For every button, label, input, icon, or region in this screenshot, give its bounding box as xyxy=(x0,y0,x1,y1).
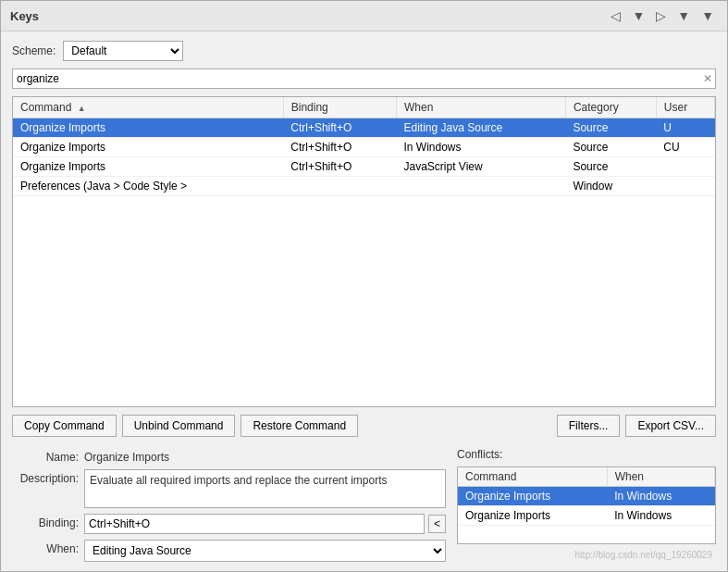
name-label: Name: xyxy=(12,448,79,464)
col-user: User xyxy=(656,97,714,118)
conflicts-row[interactable]: Organize ImportsIn Windows xyxy=(458,487,715,506)
cell-user: U xyxy=(656,118,714,138)
cell-command: Organize Imports xyxy=(13,118,283,138)
cell-binding xyxy=(283,177,396,196)
when-row: When: Editing Java Source In Windows Jav… xyxy=(12,540,446,562)
cell-when: Editing Java Source xyxy=(397,118,566,138)
search-input[interactable] xyxy=(12,68,716,89)
back-button[interactable]: ◁ xyxy=(607,6,624,25)
bottom-section: Name: Organize Imports Description: Eval… xyxy=(12,444,716,562)
main-content: Scheme: Default ✕ Command ▲ Binding When… xyxy=(1,31,727,571)
filters-button[interactable]: Filters... xyxy=(557,415,621,437)
conflicts-cell-when: In Windows xyxy=(607,487,714,506)
conflicts-cell-command: Organize Imports xyxy=(458,487,607,506)
table-row[interactable]: Organize ImportsCtrl+Shift+OJavaScript V… xyxy=(13,157,715,177)
cell-user: CU xyxy=(656,138,714,157)
binding-row: Binding: < xyxy=(12,514,446,534)
copy-command-button[interactable]: Copy Command xyxy=(12,415,117,437)
conflicts-table: Command When Organize ImportsIn WindowsO… xyxy=(458,467,715,526)
table-row[interactable]: Preferences (Java > Code Style >Window xyxy=(13,177,715,196)
conflicts-header-row: Command When xyxy=(458,467,715,487)
commands-table-container: Command ▲ Binding When Category User Org… xyxy=(12,96,716,407)
desc-value: Evaluate all required imports and replac… xyxy=(84,469,446,508)
watermark: http://blog.csdn.net/qq_19260029 xyxy=(457,548,716,562)
when-label: When: xyxy=(12,540,79,555)
detail-panel: Name: Organize Imports Description: Eval… xyxy=(12,448,446,562)
cell-category: Source xyxy=(565,118,656,138)
cell-category: Source xyxy=(565,157,656,177)
table-row[interactable]: Organize ImportsCtrl+Shift+OIn WindowsSo… xyxy=(13,138,715,157)
right-buttons: Filters... Export CSV... xyxy=(557,415,716,437)
conflicts-col-command: Command xyxy=(458,467,607,487)
col-binding: Binding xyxy=(283,97,396,118)
cell-category: Window xyxy=(565,177,656,196)
cell-command: Organize Imports xyxy=(13,157,283,177)
conflicts-cell-when: In Windows xyxy=(607,506,714,526)
conflicts-col-when: When xyxy=(607,467,714,487)
binding-arrow-button[interactable]: < xyxy=(428,515,446,533)
col-when: When xyxy=(397,97,566,118)
when-select-row: Editing Java Source In Windows JavaScrip… xyxy=(84,540,446,562)
cell-user xyxy=(656,177,714,196)
conflicts-label: Conflicts: xyxy=(457,448,716,461)
when-select[interactable]: Editing Java Source In Windows JavaScrip… xyxy=(84,540,446,562)
cell-binding: Ctrl+Shift+O xyxy=(283,138,396,157)
nav-controls: ◁ ▼ ▷ ▼ ▼ xyxy=(607,6,718,25)
scheme-row: Scheme: Default xyxy=(12,41,716,61)
binding-label: Binding: xyxy=(12,514,79,529)
cell-command: Preferences (Java > Code Style > xyxy=(13,177,283,196)
cell-binding: Ctrl+Shift+O xyxy=(283,118,396,138)
unbind-command-button[interactable]: Unbind Command xyxy=(122,415,236,437)
name-row: Name: Organize Imports xyxy=(12,448,446,464)
description-row: Description: Evaluate all required impor… xyxy=(12,469,446,508)
forward-button[interactable]: ▷ xyxy=(652,6,670,25)
scheme-select[interactable]: Default xyxy=(63,41,183,61)
cell-when xyxy=(397,177,566,196)
search-row: ✕ xyxy=(12,68,716,89)
clear-icon[interactable]: ✕ xyxy=(703,72,712,85)
cell-command: Organize Imports xyxy=(13,138,283,157)
action-buttons: Copy Command Unbind Command Restore Comm… xyxy=(12,415,716,437)
conflicts-table-container: Command When Organize ImportsIn WindowsO… xyxy=(457,466,716,544)
export-csv-button[interactable]: Export CSV... xyxy=(625,415,716,437)
cell-category: Source xyxy=(565,138,656,157)
cell-when: In Windows xyxy=(397,138,566,157)
col-command: Command ▲ xyxy=(13,97,283,118)
keys-window: Keys ◁ ▼ ▷ ▼ ▼ Scheme: Default ✕ xyxy=(0,0,728,572)
table-row[interactable]: Organize ImportsCtrl+Shift+OEditing Java… xyxy=(13,118,715,138)
commands-table: Command ▲ Binding When Category User Org… xyxy=(13,97,715,196)
more-button[interactable]: ▼ xyxy=(697,6,718,25)
scheme-label: Scheme: xyxy=(12,44,56,57)
binding-input-row: < xyxy=(84,514,446,534)
cell-when: JavaScript View xyxy=(397,157,566,177)
desc-label: Description: xyxy=(12,469,79,485)
sort-arrow: ▲ xyxy=(78,104,86,113)
cell-binding: Ctrl+Shift+O xyxy=(283,157,396,177)
col-category: Category xyxy=(565,97,656,118)
conflicts-cell-command: Organize Imports xyxy=(458,506,607,526)
dropdown2-button[interactable]: ▼ xyxy=(673,6,694,25)
conflicts-panel: Conflicts: Command When Organize Imports… xyxy=(457,448,716,562)
title-bar: Keys ◁ ▼ ▷ ▼ ▼ xyxy=(1,1,727,31)
binding-input[interactable] xyxy=(84,514,425,534)
cell-user xyxy=(656,157,714,177)
conflicts-row[interactable]: Organize ImportsIn Windows xyxy=(458,506,715,526)
name-value: Organize Imports xyxy=(84,448,169,464)
restore-command-button[interactable]: Restore Command xyxy=(241,415,358,437)
window-title: Keys xyxy=(10,9,39,23)
table-header-row: Command ▲ Binding When Category User xyxy=(13,97,715,118)
dropdown-button[interactable]: ▼ xyxy=(628,6,648,25)
